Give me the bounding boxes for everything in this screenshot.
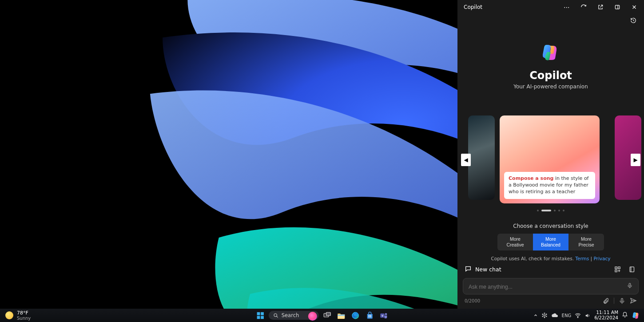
apps-icon[interactable]: [612, 264, 623, 274]
svg-point-19: [274, 314, 277, 317]
history-icon[interactable]: [627, 14, 640, 27]
style-label: Choose a conversation style: [513, 223, 588, 229]
edge-icon[interactable]: [350, 310, 361, 321]
teams-icon[interactable]: T: [378, 310, 390, 321]
svg-rect-28: [368, 316, 369, 317]
svg-rect-27: [370, 315, 371, 316]
input-footer: 0/2000: [457, 294, 644, 309]
svg-rect-6: [618, 266, 620, 268]
style-segmented: MoreCreative MoreBalanced MorePrecise: [497, 234, 604, 250]
microphone-icon[interactable]: [619, 298, 625, 304]
svg-rect-29: [370, 316, 371, 317]
terms-link[interactable]: Terms: [575, 256, 589, 261]
attachment-icon[interactable]: [603, 298, 609, 304]
close-icon[interactable]: [628, 1, 640, 13]
svg-line-20: [277, 316, 278, 317]
style-precise-button[interactable]: MorePrecise: [568, 234, 604, 250]
svg-rect-8: [630, 266, 634, 271]
new-chat-label[interactable]: New chat: [475, 266, 501, 273]
carousel-dots: [457, 210, 644, 211]
taskbar-search[interactable]: Search: [269, 311, 319, 320]
window-title: Copilot: [461, 4, 482, 10]
chevron-left-icon[interactable]: ◀: [461, 154, 471, 166]
style-balanced-button[interactable]: MoreBalanced: [533, 234, 568, 250]
weather-icon: [5, 311, 13, 319]
titlebar: Copilot ⋯: [457, 0, 644, 14]
svg-point-36: [546, 316, 547, 317]
hero: Copilot Your AI-powered companion: [457, 40, 644, 90]
task-view-icon[interactable]: [321, 310, 333, 321]
svg-rect-10: [629, 283, 631, 286]
dock-icon[interactable]: [611, 1, 624, 13]
suggestion-lead: Compose a song: [509, 175, 553, 181]
taskbar-clock[interactable]: 11:11 AM 6/22/2024: [594, 310, 618, 320]
svg-rect-16: [261, 312, 264, 315]
carousel-card-prev[interactable]: [468, 115, 495, 200]
char-count: 0/2000: [465, 298, 480, 303]
copilot-icon[interactable]: [632, 311, 640, 320]
sync-icon[interactable]: [541, 312, 548, 318]
file-explorer-icon[interactable]: [335, 310, 347, 321]
search-highlight-icon: [308, 312, 317, 321]
onedrive-icon[interactable]: [551, 313, 558, 318]
svg-rect-26: [368, 315, 369, 316]
desktop: Copilot ⋯: [0, 0, 644, 309]
notebook-icon[interactable]: [626, 264, 637, 274]
svg-rect-12: [621, 298, 623, 301]
refresh-icon[interactable]: [577, 1, 590, 13]
copilot-panel: Copilot ⋯: [457, 0, 644, 309]
more-icon[interactable]: ⋯: [561, 1, 573, 13]
svg-point-35: [546, 314, 547, 315]
taskbar-right: ENG 11:11 AM 6/22/2024: [533, 310, 644, 320]
chevron-right-icon[interactable]: ▶: [631, 154, 640, 166]
microsoft-store-icon[interactable]: [364, 310, 375, 321]
suggestion-text: Compose a song in the style of a Bollywo…: [504, 172, 595, 199]
svg-rect-5: [615, 266, 616, 268]
clock-date: 6/22/2024: [594, 315, 618, 321]
start-icon[interactable]: [254, 310, 266, 321]
system-tray[interactable]: ENG: [533, 312, 591, 318]
svg-point-37: [544, 317, 545, 318]
svg-point-33: [544, 314, 545, 316]
svg-point-38: [542, 316, 543, 317]
disclaimer: Copilot uses AI, check for mistakes. Ter…: [491, 256, 611, 261]
search-icon: [273, 313, 279, 318]
hero-subtitle: Your AI-powered companion: [513, 83, 588, 90]
svg-point-34: [544, 313, 545, 314]
svg-rect-22: [326, 312, 330, 316]
svg-rect-15: [257, 312, 260, 315]
taskbar-center: Search T: [254, 310, 390, 321]
svg-rect-7: [615, 270, 616, 271]
weather-temp: 78°F: [17, 310, 31, 316]
taskbar-left[interactable]: 78°F Sunny: [0, 310, 31, 321]
volume-icon[interactable]: [584, 313, 591, 318]
privacy-link[interactable]: Privacy: [593, 256, 610, 261]
svg-rect-18: [261, 316, 264, 319]
search-placeholder: Search: [282, 312, 299, 318]
chat-icon: [465, 265, 472, 274]
send-icon[interactable]: [630, 297, 637, 304]
wifi-icon[interactable]: [575, 313, 581, 318]
new-chat-row: New chat: [457, 264, 644, 278]
prompt-input-wrap: [463, 278, 639, 294]
hero-title: Copilot: [529, 69, 572, 82]
svg-point-39: [542, 314, 543, 315]
prompt-input[interactable]: [469, 284, 622, 290]
carousel-card-main[interactable]: Compose a song in the style of a Bollywo…: [500, 115, 600, 203]
svg-rect-24: [338, 314, 345, 315]
notification-icon[interactable]: [622, 312, 628, 319]
language-icon[interactable]: ENG: [562, 313, 572, 318]
open-in-new-icon[interactable]: [594, 1, 607, 13]
weather-cond: Sunny: [17, 316, 31, 321]
svg-rect-1: [615, 5, 619, 9]
microphone-icon[interactable]: [627, 282, 633, 290]
conversation-style: Choose a conversation style MoreCreative…: [457, 223, 644, 261]
copilot-logo-icon: [539, 40, 563, 64]
svg-rect-17: [257, 316, 260, 319]
suggestion-carousel: ◀ Compose a song in the style of a Bolly…: [457, 115, 644, 204]
style-creative-button[interactable]: MoreCreative: [497, 234, 533, 250]
tray-expand-icon[interactable]: [533, 313, 538, 318]
svg-point-32: [385, 313, 387, 315]
svg-point-40: [577, 317, 578, 318]
taskbar: 78°F Sunny Search T: [0, 309, 644, 322]
